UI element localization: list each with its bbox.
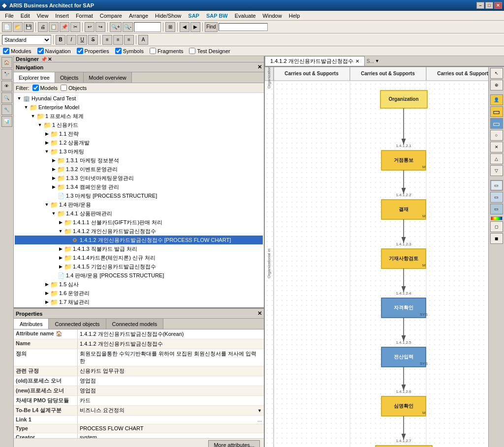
- expander-1-5[interactable]: ▶: [43, 281, 50, 288]
- props-close[interactable]: ✕: [257, 310, 262, 317]
- tree-item-1-3-ps[interactable]: ▶ 📄 1.3 마케팅 [PROCESS STRUCTURE]: [15, 191, 263, 200]
- palette-shape4[interactable]: ◼: [490, 233, 503, 244]
- tree-item-1-4-1-2-pfc[interactable]: ▶ ⚙ 1.4.1.2 개인신용카드발금신청접수 [PROCESS FLOW C…: [15, 236, 263, 244]
- palette-arrow[interactable]: ↖: [490, 68, 503, 79]
- expander-1-3-3[interactable]: ▶: [50, 175, 57, 181]
- tree-item-1-1[interactable]: ▶ 📁 1.1 전략: [15, 129, 263, 138]
- menu-file[interactable]: File: [2, 12, 17, 20]
- menu-hideshow[interactable]: Hide/Show: [152, 12, 184, 20]
- menu-sap-bw[interactable]: SAP BW: [203, 12, 231, 20]
- minimize-button[interactable]: –: [476, 2, 484, 9]
- diagram-area[interactable]: Organizational el Carries out & Supports…: [265, 67, 504, 447]
- expander-1-4-1-4[interactable]: ▶: [57, 254, 64, 261]
- tab-model-overview[interactable]: Model overview: [84, 72, 131, 83]
- more-attributes-button[interactable]: More attributes...: [208, 440, 260, 447]
- expander-1-4-1-1[interactable]: ▶: [57, 219, 64, 226]
- zoom-out-btn[interactable]: 🔍-: [123, 22, 133, 32]
- tree-item-1-4-1-1[interactable]: ▶ 📁 1.4.1.1 선불카드(GIFT카드)판매 처리: [15, 218, 263, 227]
- menu-format[interactable]: Format: [73, 12, 96, 20]
- tree-item-1-4-1[interactable]: ▼ 📁 1.4.1 상품판매관리: [15, 209, 263, 218]
- find-btn[interactable]: Find: [205, 22, 217, 32]
- test-designer-checkbox[interactable]: [189, 48, 195, 54]
- style-select[interactable]: Standard: [2, 35, 51, 45]
- tab-diagram-main[interactable]: 1.4.1.2 개인신용카드발금신청접수 ✕: [265, 56, 365, 66]
- close-button[interactable]: ✕: [494, 2, 502, 9]
- bold-btn[interactable]: B: [56, 35, 65, 45]
- palette-circle[interactable]: ○: [490, 130, 503, 141]
- chart-btn[interactable]: 📊: [1, 116, 12, 127]
- palette-shape3[interactable]: ◻: [490, 221, 503, 232]
- expander-hyundai[interactable]: ▼: [16, 95, 23, 102]
- expander-1-3-1[interactable]: ▶: [50, 157, 57, 164]
- font-size-btn[interactable]: A: [138, 35, 148, 45]
- expander-1-3-2[interactable]: ▶: [50, 166, 57, 173]
- tree-item-1-3-3[interactable]: ▶ 📁 1.3.3 인터넷마케팅운영관리: [15, 174, 263, 182]
- modules-checkbox[interactable]: [3, 48, 9, 54]
- expander-process-system[interactable]: ▼: [30, 113, 36, 119]
- menu-edit[interactable]: Edit: [18, 12, 33, 20]
- tree-item-1-4-ps[interactable]: ▶ 📄 1.4 판매/운용 [PROCESS STRUCTURE]: [15, 271, 263, 280]
- zoom-in-btn[interactable]: 🔍+: [110, 22, 122, 32]
- palette-x[interactable]: ✕: [490, 142, 503, 152]
- tree-item-1-7[interactable]: ▶ 📁 1.7 채널관리: [15, 298, 263, 306]
- designer-close[interactable]: ✕: [48, 57, 52, 62]
- expander-1-4[interactable]: ▼: [43, 201, 50, 208]
- expander-1-7[interactable]: ▶: [43, 298, 50, 305]
- tree-item-1-3-4[interactable]: ▶ 📁 1.3.4 캠페인운영 관리: [15, 182, 263, 191]
- tree-item-1-4[interactable]: ▼ 📁 1.4 판매/운용: [15, 200, 263, 209]
- expander-enterprise[interactable]: ▼: [23, 104, 30, 111]
- tools-btn[interactable]: 🔧: [1, 104, 12, 115]
- fragments-toggle[interactable]: Fragments: [150, 48, 184, 54]
- find-input[interactable]: [219, 23, 268, 31]
- palette-rect3[interactable]: ▭: [490, 204, 503, 214]
- home-btn[interactable]: 🏠: [1, 57, 12, 68]
- tree-item-credit-card[interactable]: ▼ 📁 1 신용카드: [15, 120, 263, 129]
- palette-rect1[interactable]: ▭: [490, 180, 503, 191]
- tab-explorer-tree[interactable]: Explorer tree: [14, 72, 55, 83]
- properties-checkbox[interactable]: [77, 48, 83, 54]
- paste-btn[interactable]: 📌: [60, 22, 69, 32]
- symbols-toggle[interactable]: Symbols: [115, 48, 144, 54]
- tree-item-1-4-1-4[interactable]: ▶ 📁 1.4.1.4카드론(체인지론) 신규 처리: [15, 253, 263, 262]
- menu-arrange[interactable]: Arrange: [126, 12, 151, 20]
- tree-item-1-4-1-5[interactable]: ▶ 📁 1.4.1.5 기업신용카드발급신청접수: [15, 262, 263, 271]
- italic-btn[interactable]: I: [66, 35, 76, 45]
- designer-pin[interactable]: 📌: [41, 57, 47, 62]
- tree-item-1-4-1-3[interactable]: ▶ 📁 1.4.1.3 직불카드 발급 처리: [15, 244, 263, 253]
- expander-1-3-4[interactable]: ▶: [50, 183, 57, 190]
- palette-arrow-up[interactable]: △: [490, 153, 503, 164]
- grid-btn[interactable]: ⊞: [165, 22, 175, 32]
- tree-item-enterprise[interactable]: ▼ 📁 Enterprise Model: [15, 103, 263, 112]
- new-btn[interactable]: 📄: [2, 22, 12, 32]
- expander-1-3[interactable]: ▼: [43, 148, 50, 155]
- nav-back-btn[interactable]: ◀: [180, 22, 189, 32]
- menu-window[interactable]: Window: [260, 12, 285, 20]
- palette-shape1[interactable]: ▭: [490, 106, 503, 117]
- tab-objects[interactable]: Objects: [55, 72, 84, 83]
- nav-close[interactable]: ✕: [257, 64, 262, 70]
- tree-item-1-3[interactable]: ▼ 📁 1.3 마케팅: [15, 147, 263, 156]
- save-btn[interactable]: 💾: [24, 22, 33, 32]
- menu-view[interactable]: View: [34, 12, 52, 20]
- test-designer-toggle[interactable]: Test Designer: [189, 48, 230, 54]
- tree-item-1-4-1-2[interactable]: ▼ 📁 1.4.1.2 개인신용카드발금신청접수: [15, 227, 263, 236]
- expander-1-4-1-3[interactable]: ▶: [57, 245, 64, 252]
- expander-1-1[interactable]: ▶: [43, 130, 50, 137]
- fragments-checkbox[interactable]: [150, 48, 156, 54]
- palette-arrow-dn[interactable]: ▽: [490, 165, 503, 176]
- expander-1-2[interactable]: ▶: [43, 139, 50, 146]
- align-center-btn[interactable]: ≡: [113, 35, 123, 45]
- open-btn[interactable]: 📂: [13, 22, 23, 32]
- view-btn[interactable]: 👁: [1, 81, 12, 91]
- align-right-btn[interactable]: ≡: [124, 35, 134, 45]
- tab-connected-objects[interactable]: Connected objects: [49, 319, 106, 329]
- strikethrough-btn[interactable]: S: [88, 35, 98, 45]
- palette-shape2[interactable]: ▭: [490, 118, 503, 129]
- tree-item-1-3-1[interactable]: ▶ 📁 1.3.1 마케팅 정보분석: [15, 156, 263, 165]
- print-btn[interactable]: 🖨: [38, 22, 48, 32]
- expander-1-4-1-5[interactable]: ▶: [57, 263, 64, 270]
- expander-credit-card[interactable]: ▼: [36, 121, 43, 128]
- explore-btn[interactable]: 🔭: [1, 69, 12, 80]
- tree-item-1-3-2[interactable]: ▶ 📁 1.3.2 이벤트운영관리: [15, 165, 263, 174]
- palette-expand[interactable]: ⊕: [490, 80, 503, 90]
